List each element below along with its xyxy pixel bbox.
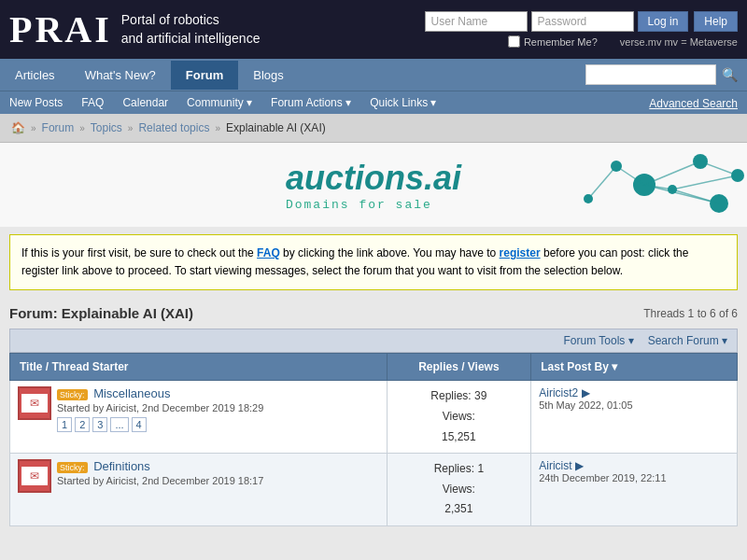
header-auth-area: Log in Help Remember Me? verse.mv mv = M… xyxy=(425,11,738,48)
thread-link[interactable]: Definitions xyxy=(93,459,150,473)
threads-count: Threads 1 to 6 of 6 xyxy=(643,307,738,320)
page-link-4[interactable]: 4 xyxy=(132,417,147,432)
page-link-dots: ... xyxy=(110,417,128,432)
subnav-forum-actions[interactable]: Forum Actions ▾ xyxy=(261,91,360,114)
breadcrumb: 🏠 » Forum » Topics » Related topics » Ex… xyxy=(0,114,747,143)
thread-link[interactable]: Miscellaneous xyxy=(93,386,170,400)
nav-blogs[interactable]: Blogs xyxy=(238,61,299,90)
help-button[interactable]: Help xyxy=(694,11,738,32)
remember-me-row: Remember Me? verse.mv mv = Metaverse xyxy=(508,35,738,48)
forum-tools-button[interactable]: Forum Tools ▾ xyxy=(564,334,634,347)
notice-box: If this is your first visit, be sure to … xyxy=(9,234,738,290)
search-icon[interactable]: 🔍 xyxy=(722,67,738,82)
last-post-user[interactable]: Airicist xyxy=(539,459,571,472)
table-row: ✉ Sticky: Miscellaneous Started by Airic… xyxy=(10,381,738,454)
notice-text2: by clicking the link above. You may have… xyxy=(280,246,500,259)
subnav-quick-links[interactable]: Quick Links ▾ xyxy=(360,91,445,114)
table-row: ✉ Sticky: Definitions Started by Airicis… xyxy=(10,454,738,526)
col-title: Title / Thread Starter xyxy=(10,354,388,381)
tools-bar: Forum Tools ▾ Search Forum ▾ xyxy=(9,329,738,353)
thread-icon: ✉ xyxy=(18,459,51,493)
logo: PRAI xyxy=(9,7,112,51)
register-link[interactable]: register xyxy=(500,246,541,259)
forum-title: Forum: Explainable AI (XAI) xyxy=(9,305,193,321)
faq-link[interactable]: FAQ xyxy=(257,246,280,259)
page-link-2[interactable]: 2 xyxy=(75,417,90,432)
advanced-search-area: Advanced Search xyxy=(649,96,747,110)
last-post-user[interactable]: Airicist2 xyxy=(539,386,578,399)
breadcrumb-current: Explainable AI (XAI) xyxy=(226,121,326,134)
subnav-new-posts[interactable]: New Posts xyxy=(0,91,72,114)
sticky-badge: Sticky: xyxy=(57,462,88,473)
go-to-post-icon[interactable]: ▶ xyxy=(582,386,590,399)
home-icon[interactable]: 🏠 xyxy=(11,121,25,134)
thread-starter: Started by Airicist, 2nd December 2019 1… xyxy=(57,475,379,486)
last-post-cell: Airicist2 ▶ 5th May 2022, 01:05 xyxy=(531,381,738,454)
logo-area: PRAI Portal of robotics and artificial i… xyxy=(9,7,260,51)
marquee-text: verse.mv mv = Metaverse xyxy=(620,36,738,48)
svg-line-14 xyxy=(672,175,738,189)
last-post-date: 5th May 2022, 01:05 xyxy=(539,399,729,411)
sticky-badge: Sticky: xyxy=(57,389,88,400)
nav-search-input[interactable] xyxy=(585,64,716,85)
breadcrumb-topics[interactable]: Topics xyxy=(91,121,122,134)
last-post-cell: Airicist ▶ 24th December 2019, 22:11 xyxy=(531,454,738,526)
login-form: Log in xyxy=(425,11,689,32)
breadcrumb-forum[interactable]: Forum xyxy=(42,121,75,134)
page-link-3[interactable]: 3 xyxy=(92,417,107,432)
nav-whats-new[interactable]: What's New? xyxy=(70,61,171,90)
nav-articles[interactable]: Articles xyxy=(0,61,70,90)
svg-line-12 xyxy=(672,189,719,203)
username-input[interactable] xyxy=(425,11,528,32)
site-header: PRAI Portal of robotics and artificial i… xyxy=(0,0,747,59)
svg-line-7 xyxy=(644,161,700,185)
svg-line-11 xyxy=(700,161,738,175)
last-post-date: 24th December 2019, 22:11 xyxy=(539,472,729,483)
password-input[interactable] xyxy=(531,11,634,32)
thread-stats-cell: Replies: 39Views:15,251 xyxy=(387,381,531,454)
go-to-post-icon[interactable]: ▶ xyxy=(575,459,584,472)
notice-text1: If this is your first visit, be sure to … xyxy=(21,246,257,259)
thread-icon: ✉ xyxy=(18,386,51,420)
remember-me-checkbox[interactable] xyxy=(508,35,520,48)
col-replies: Replies / Views xyxy=(387,354,531,381)
nav-search-area: 🔍 xyxy=(576,59,747,91)
banner-graphic xyxy=(430,143,747,227)
banner: auctions.ai Domains for sale xyxy=(0,143,747,227)
sub-navbar: New Posts FAQ Calendar Community ▾ Forum… xyxy=(0,91,747,114)
col-last-post[interactable]: Last Post By ▾ xyxy=(531,354,738,381)
thread-title-cell: ✉ Sticky: Definitions Started by Airicis… xyxy=(10,454,388,526)
subnav-calendar[interactable]: Calendar xyxy=(113,91,177,114)
logo-description: Portal of robotics and artificial intell… xyxy=(121,11,261,48)
svg-line-13 xyxy=(588,166,616,199)
main-navbar: Articles What's New? Forum Blogs 🔍 xyxy=(0,59,747,91)
subnav-faq[interactable]: FAQ xyxy=(72,91,113,114)
thread-stats-cell: Replies: 1Views:2,351 xyxy=(387,454,531,526)
forum-table: Title / Thread Starter Replies / Views L… xyxy=(9,353,738,526)
thread-starter: Started by Airicist, 2nd December 2019 1… xyxy=(57,402,379,413)
page-link-1[interactable]: 1 xyxy=(57,417,72,432)
login-button[interactable]: Log in xyxy=(638,11,689,32)
breadcrumb-related-topics[interactable]: Related topics xyxy=(138,121,209,134)
advanced-search-link[interactable]: Advanced Search xyxy=(649,97,738,110)
subnav-community[interactable]: Community ▾ xyxy=(177,91,261,114)
nav-forum[interactable]: Forum xyxy=(171,61,238,90)
thread-title-cell: ✉ Sticky: Miscellaneous Started by Airic… xyxy=(10,381,388,454)
forum-header: Forum: Explainable AI (XAI) Threads 1 to… xyxy=(0,298,747,329)
page-links: 1 2 3 ... 4 xyxy=(57,417,379,432)
search-forum-button[interactable]: Search Forum ▾ xyxy=(648,334,727,347)
